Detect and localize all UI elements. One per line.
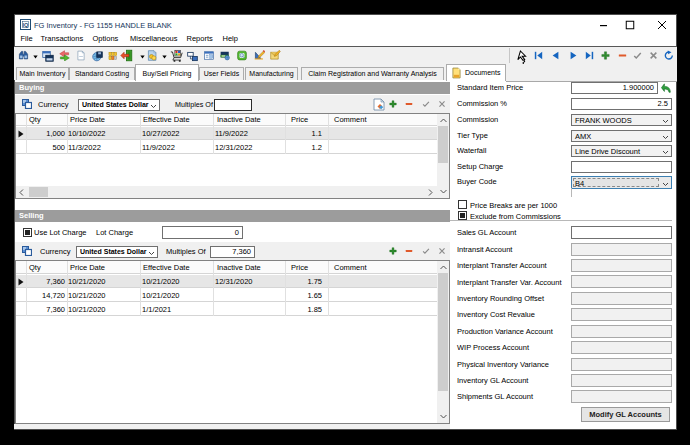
svg-text:IQ: IQ [23,22,30,28]
